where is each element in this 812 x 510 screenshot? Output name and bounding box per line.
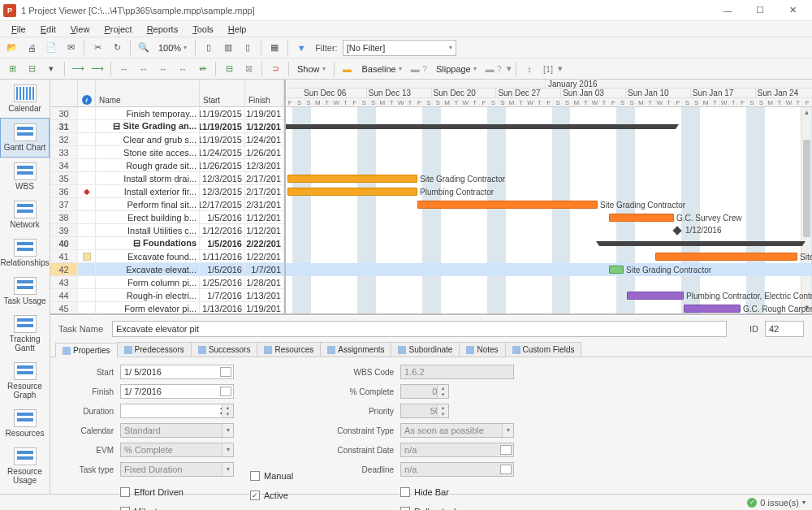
table-row[interactable]: 39Install Utilities c...1/12/20161/12/20… <box>50 224 284 237</box>
status-ok-icon[interactable]: ✓ <box>747 498 757 508</box>
zoom-icon[interactable]: 🔍 <box>135 39 153 57</box>
task-bar[interactable]: Site Grading Contractor <box>417 201 598 209</box>
active-checkbox[interactable]: ✓ <box>250 491 260 500</box>
menu-project[interactable]: Project <box>97 23 138 36</box>
finish-input[interactable]: 1/ 7/2016 <box>120 384 234 399</box>
table-row[interactable]: 30Finish temporay...11/19/201511/19/201 <box>50 107 284 120</box>
link-ss-icon[interactable]: ↔ <box>115 60 133 78</box>
task-bar[interactable]: G.C. Survey Crew <box>609 214 674 222</box>
table-row[interactable]: 44Rough-in electri...1/7/20161/13/201 <box>50 289 284 302</box>
minimize-button[interactable]: — <box>711 1 744 20</box>
table-row[interactable]: 35Install storm drai...12/3/201512/17/20… <box>50 172 284 185</box>
tasktype-select[interactable]: Fixed Duration▾ <box>120 462 234 477</box>
outdent-icon[interactable]: ⊞ <box>3 60 21 78</box>
menu-help[interactable]: Help <box>222 23 253 36</box>
link-fs-icon[interactable]: ↔ <box>135 60 153 78</box>
filter-icon[interactable]: ▼ <box>292 39 310 57</box>
sidebar-item-relationships[interactable]: Relationships <box>0 234 50 272</box>
gantt-row[interactable] <box>286 159 812 172</box>
col-start[interactable]: Start <box>200 80 245 106</box>
collapse-icon[interactable]: ▾ <box>42 60 60 78</box>
col-name[interactable]: Name <box>96 80 200 106</box>
table-row[interactable]: 37Perform final sit...12/17/201512/31/20… <box>50 198 284 211</box>
zoom-dropdown[interactable]: 100%▾ <box>154 40 191 56</box>
sidebar-item-network[interactable]: Network <box>0 196 50 234</box>
tab-resources[interactable]: Resources <box>257 342 321 357</box>
link-start-icon[interactable]: ⟶ <box>69 60 87 78</box>
tab-notes[interactable]: Notes <box>459 342 505 357</box>
tab-predecessors[interactable]: Predecessors <box>117 342 192 357</box>
manual-checkbox[interactable] <box>250 471 260 481</box>
table-row[interactable]: 43Form column pi...1/25/20161/28/201 <box>50 276 284 289</box>
gantt-row[interactable] <box>286 276 812 289</box>
sidebar-item-resource-usage[interactable]: Resource Usage <box>0 443 50 490</box>
slippage-dropdown[interactable]: Slippage▾ <box>432 61 481 77</box>
print-icon[interactable]: 🖨 <box>23 39 41 57</box>
menu-reports[interactable]: Reports <box>140 23 185 36</box>
table-row[interactable]: 32Clear and grub s...11/19/201511/24/201 <box>50 133 284 146</box>
complete-input[interactable]: 0%▲▼ <box>400 384 449 399</box>
col-finish[interactable]: Finish <box>245 80 284 106</box>
sidebar-item-team-planner[interactable]: Team Planner <box>0 490 50 494</box>
preview-icon[interactable]: 📄 <box>42 39 60 57</box>
task-bar[interactable]: Plumbing Contractor <box>287 188 417 196</box>
split2-icon[interactable]: ⊠ <box>240 60 257 78</box>
cut-icon[interactable]: ✂ <box>89 39 106 57</box>
table-row[interactable]: 45Form elevator pi...1/13/20161/19/201 <box>50 302 284 313</box>
constraint-date-input[interactable]: n/a <box>400 443 514 457</box>
hidebar-checkbox[interactable] <box>400 487 410 497</box>
menu-tools[interactable]: Tools <box>186 23 220 36</box>
link-sf-icon[interactable]: ↔ <box>174 60 192 78</box>
duration-input[interactable]: 2d▲▼ <box>120 404 234 418</box>
evm-select[interactable]: % Complete▾ <box>120 443 234 457</box>
sidebar-item-task-usage[interactable]: Task Usage <box>0 272 50 310</box>
mail-icon[interactable]: ✉ <box>62 39 80 57</box>
gantt-row[interactable] <box>286 146 812 159</box>
summary-bar[interactable] <box>286 124 676 129</box>
menu-edit[interactable]: Edit <box>34 23 63 36</box>
show-dropdown[interactable]: Show▾ <box>293 61 330 77</box>
priority-input[interactable]: 500▲▼ <box>400 404 449 418</box>
table-row[interactable]: 38Erect building b...1/5/20161/12/201 <box>50 211 284 224</box>
rollup-checkbox[interactable] <box>400 507 410 510</box>
baseline-dropdown[interactable]: Baseline▾ <box>358 61 406 77</box>
table-row[interactable]: 41Excavate found...1/11/20161/22/201 <box>50 250 284 263</box>
constraint-type-select[interactable]: As soon as possible▾ <box>400 423 514 438</box>
deadline-input[interactable]: n/a <box>400 462 514 477</box>
tab-successors[interactable]: Successors <box>191 342 258 357</box>
timeline-icon[interactable]: ▦ <box>266 39 283 57</box>
task-bar[interactable]: Site Grading Contractor <box>609 266 624 274</box>
col-info[interactable]: i <box>78 80 96 106</box>
table-row[interactable]: 36◆Install exterior fir...12/3/201512/17… <box>50 185 284 198</box>
task-name-input[interactable]: Excavate elevator pit <box>112 321 727 337</box>
refresh-icon[interactable]: ↻ <box>108 39 126 57</box>
indent-icon[interactable]: ⊟ <box>23 60 41 78</box>
effort-checkbox[interactable] <box>120 487 130 497</box>
sidebar-item-wbs[interactable]: WBS <box>0 158 50 196</box>
menu-view[interactable]: View <box>64 23 97 36</box>
milestone-checkbox[interactable] <box>120 507 130 510</box>
pane-left-icon[interactable]: ▯ <box>200 39 218 57</box>
task-bar[interactable]: Plumbing Contractor, Electric Contractor <box>627 292 684 300</box>
tab-subordinate[interactable]: Subordinate <box>391 342 460 357</box>
calendar-icon[interactable] <box>220 387 231 396</box>
magnet-icon[interactable]: ⊃ <box>266 60 284 78</box>
start-input[interactable]: 1/ 5/2016 <box>120 365 234 379</box>
task-bar[interactable]: Site Grading <box>655 253 797 261</box>
table-row[interactable]: 40⊟ Foundations1/5/20162/22/201 <box>50 237 284 250</box>
calendar-select[interactable]: Standard▾ <box>120 423 234 438</box>
split-icon[interactable]: ⊟ <box>220 60 238 78</box>
col-id[interactable] <box>50 80 78 106</box>
tab-assignments[interactable]: Assignments <box>320 342 391 357</box>
summary-bar[interactable] <box>599 241 802 246</box>
pane-split-icon[interactable]: ▥ <box>219 39 237 57</box>
sidebar-item-resources[interactable]: Resources <box>0 404 50 443</box>
menu-file[interactable]: File <box>5 23 32 36</box>
link2-icon[interactable]: ⟶ <box>89 60 106 78</box>
table-row[interactable]: 42Excavate elevat...1/5/20161/7/201 <box>50 263 284 276</box>
table-row[interactable]: 33Stone site acces...11/24/201511/26/201 <box>50 146 284 159</box>
gantt-row[interactable] <box>286 224 812 237</box>
unlink-icon[interactable]: ↮ <box>193 60 211 78</box>
pane-right-icon[interactable]: ▯ <box>239 39 257 57</box>
filter-dropdown[interactable]: [No Filter]▾ <box>343 40 456 56</box>
